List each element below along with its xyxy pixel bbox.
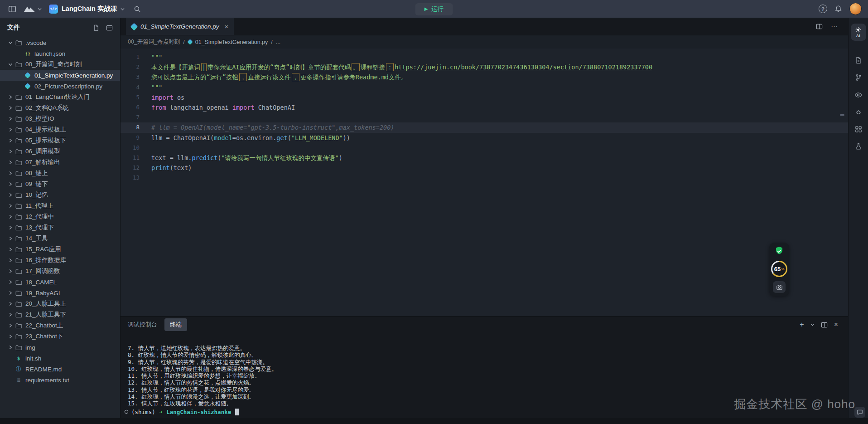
panel-tabbar: 调试控制台 终端 + ×	[121, 317, 848, 333]
chevron-icon	[6, 334, 14, 339]
tree-folder-16_操作数据库[interactable]: 16_操作数据库	[0, 255, 120, 266]
new-file-icon[interactable]	[93, 24, 100, 31]
tree-file-02_PictureDescription.py[interactable]: 02_PictureDescription.py	[0, 81, 120, 92]
item-label: 08_链上	[25, 169, 48, 177]
tree-file-01_SimpleTextGeneration.py[interactable]: 01_SimpleTextGeneration.py	[0, 70, 120, 81]
line-number: 9	[121, 133, 141, 143]
item-label: 20_人脉工具上	[25, 300, 66, 308]
code-line-4[interactable]: 4"""	[121, 83, 848, 93]
item-label: 19_BabyAGI	[25, 290, 60, 297]
chevron-icon	[6, 204, 14, 208]
code-line-7[interactable]: 7	[121, 112, 848, 122]
tree-folder-08_链上[interactable]: 08_链上	[0, 168, 120, 179]
flask-icon[interactable]	[849, 138, 868, 155]
app-logo[interactable]	[24, 5, 42, 13]
tree-folder-02_文档QA系统[interactable]: 02_文档QA系统	[0, 102, 120, 113]
eye-icon[interactable]	[849, 86, 868, 103]
tree-folder-20_人脉工具上[interactable]: 20_人脉工具上	[0, 298, 120, 309]
tab-debug-console[interactable]: 调试控制台	[128, 321, 157, 329]
tree-folder-03_模型IO[interactable]: 03_模型IO	[0, 113, 120, 124]
course-switcher[interactable]: </> LangChain 实战课	[49, 5, 125, 14]
tree-folder-11_代理上[interactable]: 11_代理上	[0, 200, 120, 211]
code-line-8[interactable]: 8# llm = OpenAI(model_name="gpt-3.5-turb…	[121, 122, 848, 132]
tab-terminal[interactable]: 终端	[164, 318, 187, 331]
code-line-1[interactable]: 1"""	[121, 52, 848, 62]
folder-icon	[14, 290, 23, 296]
terminal-dropdown-icon[interactable]	[810, 323, 815, 326]
code-line-10[interactable]: 10	[121, 143, 848, 153]
tree-folder-img[interactable]: img	[0, 342, 120, 353]
terminal-prompt[interactable]: (shims) ➜ LangChain-shizhanke	[121, 409, 848, 415]
tree-folder-09_链下[interactable]: 09_链下	[0, 179, 120, 190]
user-avatar[interactable]	[849, 3, 862, 15]
new-terminal-icon[interactable]: +	[800, 321, 804, 328]
layout-toggle-icon[interactable]	[6, 3, 18, 15]
chevron-icon	[6, 193, 14, 197]
code-line-5[interactable]: 5import os	[121, 93, 848, 102]
breadcrumb-separator: /	[183, 39, 184, 45]
feedback-icon[interactable]	[854, 407, 865, 418]
tree-folder-18_CAMEL[interactable]: 18_CAMEL	[0, 277, 120, 288]
camera-button[interactable]	[773, 281, 786, 293]
shield-check-icon[interactable]	[774, 246, 785, 257]
tree-folder-00_开篇词_奇点时刻[interactable]: 00_开篇词_奇点时刻	[0, 59, 120, 70]
split-editor-icon[interactable]	[816, 23, 823, 30]
breadcrumb-folder[interactable]: 00_开篇词_奇点时刻	[128, 38, 180, 46]
file-search-icon[interactable]	[849, 52, 868, 69]
file-tree: .vscode{}launch.json00_开篇词_奇点时刻01_Simple…	[0, 37, 120, 418]
code-editor[interactable]: 1"""2本文件是【开篇词|带你亲证AI应用开发的“奇点”时刻】章节的配套代码。…	[121, 49, 848, 316]
file-explorer-sidebar: 文件 .vscode{}launch.json00_开篇词_奇点时刻01_Sim…	[0, 18, 121, 418]
grid-icon[interactable]	[849, 121, 868, 138]
breadcrumb-more[interactable]: ...	[276, 39, 280, 45]
editor-tab[interactable]: 01_SimpleTextGeneration.py ×	[126, 18, 234, 35]
code-line-3[interactable]: 3您可以点击最上方的“运行”按钮，直接运行该文件，更多操作指引请参考Readme…	[121, 72, 848, 82]
item-label: 22_Chatbot上	[25, 322, 63, 330]
ai-assistant-button[interactable]: AI	[851, 24, 866, 41]
tree-folder-21_人脉工具下[interactable]: 21_人脉工具下	[0, 309, 120, 320]
tree-folder-04_提示模板上[interactable]: 04_提示模板上	[0, 124, 120, 135]
run-button[interactable]: ▶ 运行	[415, 3, 453, 15]
tree-folder-23_Chatbot下[interactable]: 23_Chatbot下	[0, 331, 120, 342]
git-branch-icon[interactable]	[849, 69, 868, 86]
line-number: 2	[121, 62, 141, 72]
more-actions-icon[interactable]: ⋯	[831, 23, 838, 31]
tree-file-README.md[interactable]: ⓘREADME.md	[0, 364, 120, 375]
notifications-icon[interactable]	[834, 5, 842, 13]
collapse-folders-icon[interactable]	[106, 24, 113, 31]
tree-folder-19_BabyAGI[interactable]: 19_BabyAGI	[0, 288, 120, 298]
code-line-6[interactable]: 6from langchain_openai import ChatOpenAI	[121, 102, 848, 112]
code-line-11[interactable]: 11text = llm.predict("请给我写一句情人节红玫瑰的中文宣传语…	[121, 153, 848, 163]
tab-close-icon[interactable]: ×	[225, 23, 229, 30]
tree-file-requirements.txt[interactable]: ≡requirements.txt	[0, 375, 120, 385]
tree-folder-13_代理下[interactable]: 13_代理下	[0, 222, 120, 233]
tree-folder-22_Chatbot上[interactable]: 22_Chatbot上	[0, 320, 120, 331]
tree-folder-14_工具[interactable]: 14_工具	[0, 233, 120, 244]
tree-folder-15_RAG应用[interactable]: 15_RAG应用	[0, 244, 120, 255]
breadcrumb-file[interactable]: 01_SimpleTextGeneration.py	[195, 39, 268, 45]
panel-close-icon[interactable]: ×	[834, 321, 838, 328]
prompt-arrow: ➜	[159, 409, 163, 415]
tree-folder-10_记忆[interactable]: 10_记忆	[0, 190, 120, 200]
help-icon[interactable]: ?	[819, 5, 827, 13]
tree-folder-.vscode[interactable]: .vscode	[0, 37, 120, 48]
tree-file-init.sh[interactable]: $init.sh	[0, 353, 120, 364]
tree-folder-06_调用模型[interactable]: 06_调用模型	[0, 146, 120, 157]
bug-icon[interactable]	[849, 103, 868, 121]
tree-folder-05_提示模板下[interactable]: 05_提示模板下	[0, 135, 120, 146]
code-line-13[interactable]: 13	[121, 173, 848, 183]
code-line-12[interactable]: 12print(text)	[121, 163, 848, 173]
split-terminal-icon[interactable]	[821, 322, 828, 328]
course-file-icon	[24, 83, 31, 89]
tree-folder-07_解析输出[interactable]: 07_解析输出	[0, 157, 120, 168]
search-icon[interactable]	[134, 5, 141, 13]
code-line-9[interactable]: 9llm = ChatOpenAI(model=os.environ.get("…	[121, 133, 848, 143]
scrollbar-thumb[interactable]	[840, 114, 844, 116]
tree-folder-01_LangChain快速入门[interactable]: 01_LangChain快速入门	[0, 92, 120, 102]
terminal-line: 15. 情人节，红玫瑰相伴，爱意永相随。	[128, 400, 848, 407]
tree-file-launch.json[interactable]: {}launch.json	[0, 48, 120, 59]
code-line-2[interactable]: 2本文件是【开篇词|带你亲证AI应用开发的“奇点”时刻】章节的配套代码。课程链接…	[121, 62, 848, 72]
line-number: 4	[121, 83, 141, 93]
tree-folder-17_回调函数[interactable]: 17_回调函数	[0, 266, 120, 277]
score-ring[interactable]: 65 %	[771, 261, 787, 277]
tree-folder-12_代理中[interactable]: 12_代理中	[0, 211, 120, 222]
